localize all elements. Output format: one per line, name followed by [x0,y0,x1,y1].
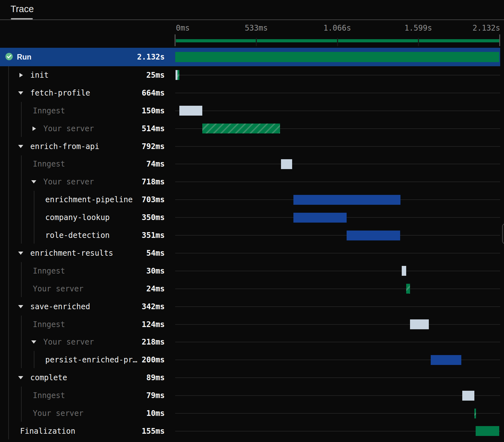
row-gridline [175,235,500,236]
span-bar-queue[interactable] [402,266,406,276]
trace-row-inngest[interactable]: Inngest74ms [0,155,500,173]
span-duration: 74ms [0,155,165,173]
span-bar-blue[interactable] [431,355,461,365]
trace-row-init[interactable]: init25ms [0,66,500,84]
row-gridline [175,431,500,431]
row-gridline [175,164,500,164]
span-duration: 664ms [0,84,165,102]
span-bar-hatch[interactable] [474,409,476,418]
ruler-tick-label: 533ms [245,24,268,32]
span-bar-hatch[interactable] [202,124,280,133]
ruler-tick-mark [499,34,500,46]
span-duration: 718ms [0,173,165,191]
row-gridline [175,182,500,182]
row-gridline [175,324,500,325]
span-duration: 25ms [0,66,165,84]
row-gridline [175,306,500,307]
trace-row-enrichment-pipeline[interactable]: enrichment-pipeline703ms [0,191,500,209]
row-gridline [175,289,500,289]
span-bar-queue[interactable] [281,159,292,169]
tab-trace[interactable]: Trace [11,4,34,14]
span-duration: 514ms [0,120,165,138]
trace-row-save-enriched[interactable]: save-enriched342ms [0,298,500,316]
trace-row-inngest[interactable]: Inngest79ms [0,387,500,404]
span-bar-green[interactable] [476,426,499,436]
run-row[interactable]: Run 2.132s [0,48,500,66]
row-gridline [175,110,500,111]
trace-row-your-server[interactable]: Your server24ms [0,280,500,298]
span-bar-queue[interactable] [462,391,474,401]
span-bar-hatch[interactable] [406,284,410,294]
span-duration: 30ms [0,262,165,280]
span-bar-blue[interactable] [293,195,400,205]
ruler-tick-label: 1.066s [323,24,351,32]
ruler-tick-mark [175,34,176,46]
trace-row-inngest[interactable]: Inngest124ms [0,316,500,333]
span-duration: 150ms [0,102,165,120]
timeline-ruler: 0ms533ms1.066s1.599s2.132s [0,20,504,48]
tree-guide-line [21,102,22,137]
row-gridline [175,253,500,253]
trace-row-fetch-profile[interactable]: fetch-profile664ms [0,84,500,102]
tree-guide-line [8,66,9,439]
span-duration: 350ms [0,209,165,226]
trace-row-your-server[interactable]: Your server10ms [0,404,500,422]
ruler-tick-label: 2.132s [472,24,500,32]
row-gridline [175,146,500,147]
tab-bar: Trace [0,0,504,20]
span-duration: 54ms [0,244,165,262]
span-duration: 351ms [0,226,165,244]
run-bar[interactable] [175,52,499,62]
trace-row-your-server[interactable]: Your server514ms [0,120,500,138]
row-gridline [175,93,500,93]
tab-active-indicator [11,18,33,19]
trace-row-enrich-from-api[interactable]: enrich-from-api792ms [0,138,500,155]
tree-guide-line [21,262,22,297]
span-duration: 155ms [0,422,165,440]
ruler-tick-label: 0ms [176,24,190,32]
trace-row-persist-enriched-pr[interactable]: persist-enriched-pr…200ms [0,351,500,369]
trace-row-complete[interactable]: complete89ms [0,369,500,387]
span-bar-hatch[interactable] [177,70,179,80]
span-duration: 10ms [0,404,165,422]
trace-row-inngest[interactable]: Inngest30ms [0,262,500,280]
row-gridline [175,377,500,378]
span-bar-blue[interactable] [293,213,347,223]
tree-guide-line [34,351,34,368]
trace-row-company-lookup[interactable]: company-lookup350ms [0,209,500,226]
trace-rows: init25msfetch-profile664msInngest150msYo… [0,66,504,440]
span-bar-queue[interactable] [410,319,429,329]
scrollbar-thumb[interactable] [502,224,504,244]
trace-row-enrichment-results[interactable]: enrichment-results54ms [0,244,500,262]
row-gridline [175,395,500,396]
row-gridline [175,271,500,271]
span-duration: 703ms [0,191,165,209]
run-duration: 2.132s [0,48,165,66]
span-duration: 89ms [0,369,165,387]
span-duration: 124ms [0,316,165,333]
trace-row-your-server[interactable]: Your server218ms [0,333,500,351]
span-duration: 218ms [0,333,165,351]
tree-guide-line [34,191,34,244]
ruler-tick-mark [337,38,338,46]
ruler-tick-mark [256,38,257,46]
row-gridline [175,413,500,414]
span-bar-queue[interactable] [179,106,202,116]
trace-row-role-detection[interactable]: role-detection351ms [0,226,500,244]
ruler-tick-mark [418,38,419,46]
span-duration: 200ms [0,351,165,369]
span-duration: 792ms [0,138,165,155]
tree-guide-line [21,155,22,244]
span-bar-blue[interactable] [347,231,400,240]
span-duration: 24ms [0,280,165,298]
trace-row-your-server[interactable]: Your server718ms [0,173,500,191]
row-gridline [175,75,500,75]
span-duration: 342ms [0,298,165,316]
trace-row-inngest[interactable]: Inngest150ms [0,102,500,120]
tree-guide-line [21,387,22,422]
trace-row-finalization[interactable]: Finalization155ms [0,422,500,440]
tree-guide-line [21,316,22,368]
span-duration: 79ms [0,387,165,404]
ruler-tick-label: 1.599s [404,24,432,32]
row-gridline [175,342,500,342]
